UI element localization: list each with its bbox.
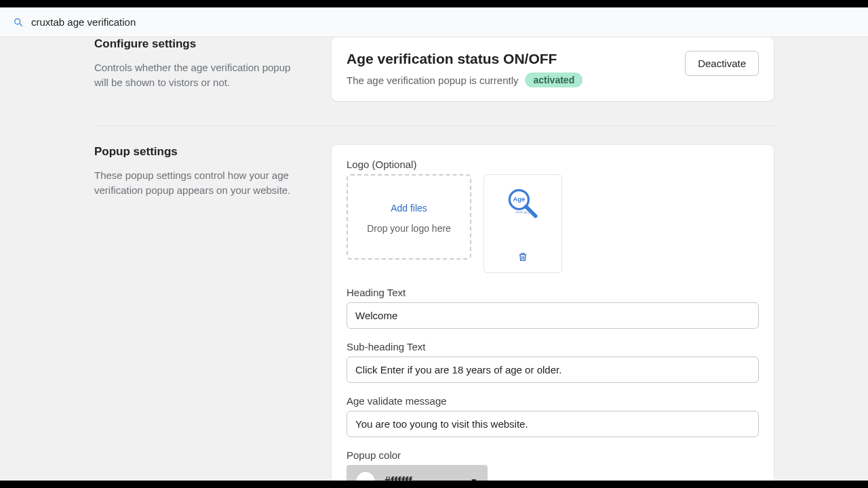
heading-text-label: Heading Text — [347, 287, 759, 298]
popup-card: Logo (Optional) Add files Drop your logo… — [332, 145, 774, 481]
popup-heading: Popup settings — [94, 145, 304, 159]
subheading-text-label: Sub-heading Text — [347, 341, 759, 352]
logo-label: Logo (Optional) — [347, 159, 759, 170]
section-popup: Popup settings These popup settings cont… — [94, 125, 774, 481]
svg-point-0 — [15, 18, 20, 24]
trash-icon — [517, 251, 528, 262]
app-title: cruxtab age verification — [31, 16, 136, 28]
status-card: Age verification status ON/OFF The age v… — [332, 37, 774, 101]
status-badge: activated — [525, 73, 583, 87]
popup-color-label: Popup color — [347, 449, 759, 461]
letterbox-top — [0, 0, 868, 7]
validate-message-label: Age validate message — [347, 395, 759, 407]
configure-desc: Controls whether the age verification po… — [94, 60, 304, 90]
svg-text:Verification: Verification — [515, 211, 531, 214]
configure-heading: Configure settings — [94, 37, 304, 51]
status-text: The age verification popup is currently — [347, 75, 518, 86]
heading-text-input[interactable] — [347, 302, 759, 329]
search-icon — [12, 16, 24, 28]
logo-dropzone[interactable]: Add files Drop your logo here — [347, 174, 471, 260]
svg-line-1 — [20, 24, 22, 26]
logo-preview: Age Verification — [484, 174, 562, 273]
popup-color-picker[interactable]: #ffffff ▼ — [347, 465, 488, 481]
section-configure: Configure settings Controls whether the … — [94, 37, 774, 120]
svg-text:Age: Age — [513, 196, 526, 203]
magnifier-age-icon: Age Verification — [504, 186, 542, 224]
page-scroll[interactable]: Configure settings Controls whether the … — [0, 37, 868, 481]
deactivate-button[interactable]: Deactivate — [685, 51, 759, 76]
status-title: Age verification status ON/OFF — [347, 51, 677, 67]
letterbox-bottom — [0, 481, 868, 488]
app-header: cruxtab age verification — [0, 7, 868, 37]
add-files-button[interactable]: Add files — [382, 200, 435, 216]
color-hex-value: #ffffff — [384, 475, 460, 481]
subheading-text-input[interactable] — [347, 357, 759, 383]
validate-message-input[interactable] — [347, 411, 759, 437]
color-swatch — [356, 472, 375, 481]
popup-desc: These popup settings control how your ag… — [94, 168, 304, 198]
drop-hint: Drop your logo here — [367, 223, 451, 234]
delete-logo-button[interactable] — [515, 249, 531, 267]
